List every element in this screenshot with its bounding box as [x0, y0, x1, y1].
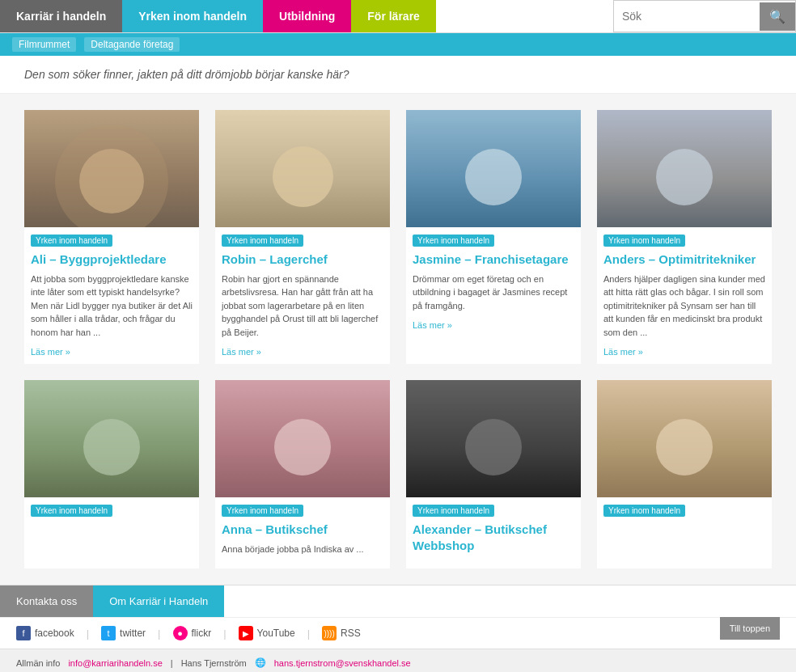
card-alexander-content: Yrken inom handeln Alexander – Butiksche… — [406, 497, 581, 566]
card-anna: Yrken inom handeln Anna – Butikschef Ann… — [215, 380, 390, 568]
tagline: Den som söker finner, jakten på ditt drö… — [0, 56, 796, 94]
search-input[interactable] — [614, 3, 760, 29]
card-alexander-tag: Yrken inom handeln — [413, 505, 494, 517]
social-rss[interactable]: )))) RSS — [322, 626, 361, 640]
card-ali-tag: Yrken inom handeln — [31, 235, 112, 247]
social-bar: f facebook | t twitter | ● flickr | ▶ Yo… — [0, 617, 796, 649]
nav-item-larare[interactable]: För lärare — [351, 0, 436, 32]
card-anders-tag: Yrken inom handeln — [603, 235, 685, 247]
card-robin-content: Yrken inom handeln Robin – Lagerchef Rob… — [215, 227, 390, 364]
contact-name: Hans Tjernström — [181, 658, 247, 668]
social-divider-4: | — [307, 628, 310, 640]
sub-nav-deltagande[interactable]: Deltagande företag — [84, 37, 180, 52]
social-youtube[interactable]: ▶ YouTube — [239, 626, 295, 640]
sub-nav-filmrummet[interactable]: Filmrummet — [12, 37, 76, 52]
card-jasmine-tag: Yrken inom handeln — [413, 235, 494, 247]
card-anna-title: Anna – Butikschef — [222, 522, 383, 538]
sub-nav: Filmrummet Deltagande företag — [0, 33, 796, 56]
card-robin-image — [215, 110, 390, 227]
card-robin-desc: Robin har gjort en spännande arbetslivsr… — [222, 273, 383, 340]
card-ali-desc: Att jobba som byggprojektledare kanske i… — [31, 273, 193, 340]
card-alexander-title: Alexander – Butikschef Webbshop — [413, 522, 574, 553]
card-row2-col4: Yrken inom handeln — [597, 380, 772, 568]
card-jasmine-link[interactable]: Läs mer » — [413, 320, 452, 330]
social-divider-3: | — [223, 628, 226, 640]
bottom-info: Allmän info info@karriarihandeln.se | Ha… — [0, 649, 796, 672]
card-jasmine-desc: Drömmar om eget företag och en utbildnin… — [413, 273, 574, 313]
card-anders-title: Anders – Optimitritekniker — [603, 251, 765, 268]
card-anders: Yrken inom handeln Anders – Optimitritek… — [597, 110, 772, 364]
card-ali-link[interactable]: Läs mer » — [31, 347, 70, 357]
card-ali-image — [24, 110, 199, 227]
card-anna-image — [215, 380, 390, 497]
om-karriar-button[interactable]: Om Karriär i Handeln — [93, 585, 224, 617]
twitter-icon: t — [101, 626, 116, 640]
social-flickr[interactable]: ● flickr — [173, 626, 212, 640]
card-grid: Yrken inom handeln Ali – Byggprojektleda… — [24, 110, 772, 568]
nav-item-yrken[interactable]: Yrken inom handeln — [122, 0, 263, 32]
info-divider: | — [171, 658, 173, 668]
youtube-label: YouTube — [257, 628, 295, 639]
card-robin-link[interactable]: Läs mer » — [222, 347, 261, 357]
nav-item-utbildning[interactable]: Utbildning — [263, 0, 351, 32]
card-row2-col1-tag: Yrken inom handeln — [31, 505, 112, 517]
card-row2-col4-tag: Yrken inom handeln — [603, 505, 685, 517]
social-twitter[interactable]: t twitter — [101, 626, 146, 640]
card-anders-content: Yrken inom handeln Anders – Optimitritek… — [597, 227, 772, 364]
facebook-label: facebook — [35, 628, 74, 639]
social-divider-1: | — [87, 628, 89, 640]
flickr-label: flickr — [192, 628, 212, 639]
card-robin-tag: Yrken inom handeln — [222, 235, 303, 247]
email2-link[interactable]: hans.tjernstrom@svenskhandel.se — [274, 658, 411, 668]
card-alexander-image — [406, 380, 581, 497]
card-jasmine-title: Jasmine – Franchisetagare — [413, 251, 574, 268]
card-ali-content: Yrken inom handeln Ali – Byggprojektleda… — [24, 227, 199, 364]
card-ali: Yrken inom handeln Ali – Byggprojektleda… — [24, 110, 199, 364]
card-robin-title: Robin – Lagerchef — [222, 251, 383, 268]
main-content: Yrken inom handeln Ali – Byggprojektleda… — [0, 94, 796, 585]
card-anna-desc: Anna började jobba på Indiska av ... — [222, 543, 383, 556]
card-row2-col1-image — [24, 380, 199, 497]
facebook-icon: f — [16, 626, 31, 640]
card-row2-col1: Yrken inom handeln — [24, 380, 199, 568]
card-row2-col4-image — [597, 380, 772, 497]
card-anders-image — [597, 110, 772, 227]
kontakta-oss-button[interactable]: Kontakta oss — [0, 585, 93, 617]
card-anna-content: Yrken inom handeln Anna – Butikschef Ann… — [215, 497, 390, 568]
card-alexander: Yrken inom handeln Alexander – Butiksche… — [406, 380, 581, 568]
rss-label: RSS — [341, 628, 361, 639]
card-row2-col4-content: Yrken inom handeln — [597, 497, 772, 535]
email-icon: 🌐 — [255, 657, 266, 668]
flickr-icon: ● — [173, 626, 188, 640]
card-ali-title: Ali – Byggprojektledare — [31, 251, 193, 268]
rss-icon: )))) — [322, 626, 337, 640]
social-facebook[interactable]: f facebook — [16, 626, 74, 640]
search-container: 🔍 — [613, 0, 796, 32]
footer-buttons: Kontakta oss Om Karriär i Handeln — [0, 585, 796, 617]
nav-bar: Karriär i handeln Yrken inom handeln Utb… — [0, 0, 796, 33]
email1-link[interactable]: info@karriarihandeln.se — [68, 658, 162, 668]
card-anders-link[interactable]: Läs mer » — [603, 347, 643, 357]
social-divider-2: | — [158, 628, 160, 640]
card-jasmine: Yrken inom handeln Jasmine – Franchiseta… — [406, 110, 581, 364]
youtube-icon: ▶ — [239, 626, 253, 640]
card-jasmine-content: Yrken inom handeln Jasmine – Franchiseta… — [406, 227, 581, 337]
card-jasmine-image — [406, 110, 581, 227]
back-to-top-button[interactable]: Till toppen — [720, 617, 780, 640]
card-row2-col1-content: Yrken inom handeln — [24, 497, 199, 535]
card-robin: Yrken inom handeln Robin – Lagerchef Rob… — [215, 110, 390, 364]
info-label: Allmän info — [16, 658, 60, 668]
card-anders-desc: Anders hjälper dagligen sina kunder med … — [603, 273, 765, 340]
nav-item-karriar[interactable]: Karriär i handeln — [0, 0, 122, 32]
card-anna-tag: Yrken inom handeln — [222, 505, 303, 517]
twitter-label: twitter — [120, 628, 146, 639]
search-button[interactable]: 🔍 — [760, 2, 795, 31]
